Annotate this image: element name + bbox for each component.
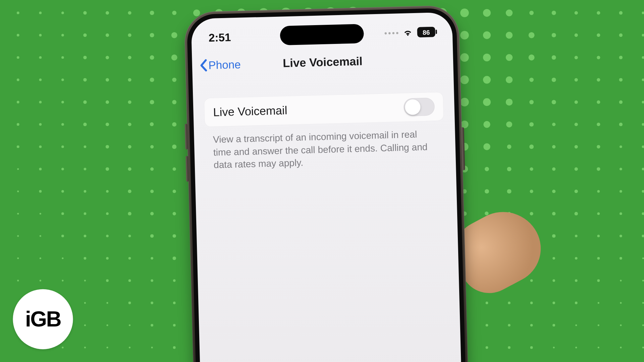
iphone-screen: 2:51 86 <box>191 12 462 362</box>
watermark-badge: iGB <box>13 289 73 349</box>
watermark-text: iGB <box>25 307 61 331</box>
nav-bar: Phone Live Voicemail <box>192 47 453 77</box>
chevron-left-icon <box>199 59 208 72</box>
cellular-dots-icon <box>384 32 398 34</box>
battery-indicator: 86 <box>417 27 435 38</box>
status-time: 2:51 <box>208 31 231 44</box>
back-label: Phone <box>208 58 241 72</box>
wifi-icon <box>402 27 413 38</box>
live-voicemail-row[interactable]: Live Voicemail <box>204 92 444 127</box>
status-bar: 2:51 86 <box>191 21 453 48</box>
live-voicemail-label: Live Voicemail <box>213 104 287 119</box>
live-voicemail-toggle[interactable] <box>404 98 435 116</box>
battery-percent: 86 <box>423 28 430 36</box>
stage: 2:51 86 <box>0 0 644 362</box>
back-button[interactable]: Phone <box>192 58 241 72</box>
setting-footer-text: View a transcript of an incoming voicema… <box>213 127 437 171</box>
iphone-device: 2:51 86 <box>184 5 469 362</box>
